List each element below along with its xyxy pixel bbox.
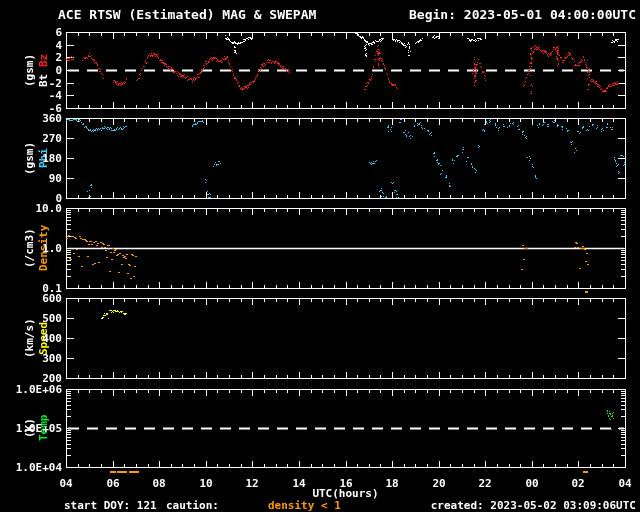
y-tick-label: 0 — [12, 64, 62, 77]
y-tick-label: 1.0E+06 — [12, 383, 62, 396]
y-tick-label: 270 — [12, 132, 62, 145]
y-tick-label: 1.0E+05 — [12, 422, 62, 435]
y-tick-label: 10.0 — [12, 202, 62, 215]
chart-title: ACE RTSW (Estimated) MAG & SWEPAM — [58, 7, 316, 22]
ace-rtsw-plot-window: { "header": { "title": "ACE RTSW (Estima… — [0, 0, 640, 512]
y-tick-label: 6 — [12, 26, 62, 39]
y-tick-label: 400 — [12, 332, 62, 345]
y-tick-label: 600 — [12, 292, 62, 305]
y-tick-label: 2 — [12, 51, 62, 64]
y-tick-label: 1.0E+04 — [12, 461, 62, 474]
y-tick-label: 300 — [12, 352, 62, 365]
caution-label: caution: — [166, 499, 219, 512]
y-tick-label: 180 — [12, 152, 62, 165]
created-timestamp: created: 2023-05-02 03:09:06UTC — [431, 499, 636, 512]
y-tick-label: 500 — [12, 312, 62, 325]
plot-canvas — [0, 0, 640, 512]
y-tick-label: -4 — [12, 89, 62, 102]
y-tick-label: 90 — [12, 172, 62, 185]
y-tick-label: 360 — [12, 112, 62, 125]
begin-timestamp: Begin: 2023-05-01 04:00:00UTC — [409, 7, 636, 22]
y-tick-label: 1.0 — [12, 242, 62, 255]
start-doy-label: start DOY: 121 — [64, 499, 157, 512]
caution-value: density < 1 — [268, 499, 341, 512]
